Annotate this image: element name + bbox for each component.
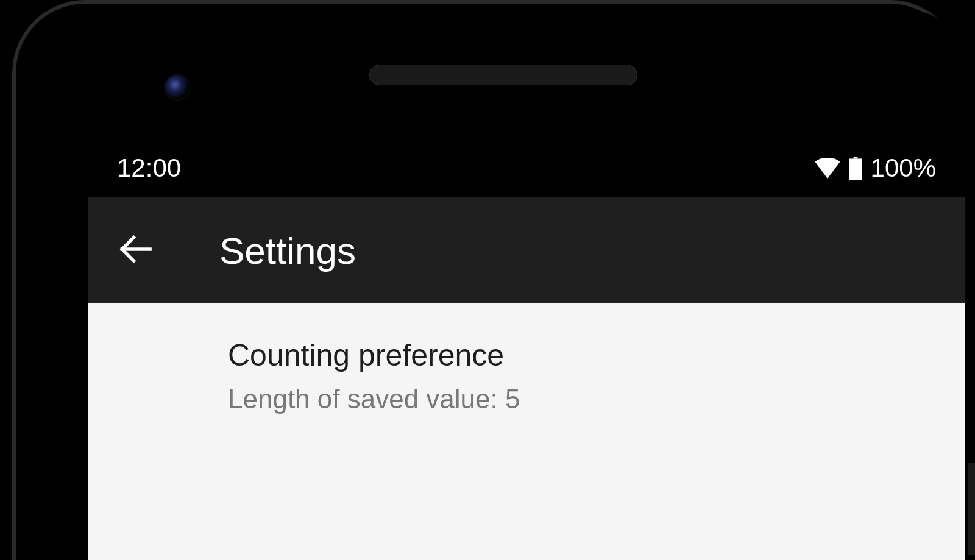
phone-camera	[164, 74, 191, 101]
phone-side-button	[968, 463, 975, 555]
arrow-back-icon	[118, 232, 153, 269]
phone-speaker	[369, 65, 637, 85]
settings-content: Counting preference Length of saved valu…	[88, 303, 965, 419]
svg-rect-1	[849, 158, 862, 180]
status-bar-left: 12:00	[117, 154, 181, 183]
preference-title: Counting preference	[228, 335, 965, 377]
page-title: Settings	[219, 229, 356, 272]
preference-counting[interactable]: Counting preference Length of saved valu…	[88, 335, 965, 419]
phone-screen: 12:00 100%	[88, 139, 965, 560]
battery-icon	[849, 157, 862, 180]
phone-inner: 12:00 100%	[39, 10, 968, 560]
wifi-icon	[815, 158, 840, 179]
svg-rect-0	[853, 157, 857, 158]
status-bar-right: 100%	[815, 154, 936, 183]
back-button[interactable]	[117, 232, 154, 269]
phone-frame: 12:00 100%	[12, 0, 963, 560]
battery-percent: 100%	[871, 154, 936, 183]
preference-summary: Length of saved value: 5	[228, 379, 965, 419]
status-time: 12:00	[117, 154, 181, 183]
app-bar: Settings	[88, 197, 965, 303]
status-bar: 12:00 100%	[88, 139, 965, 197]
